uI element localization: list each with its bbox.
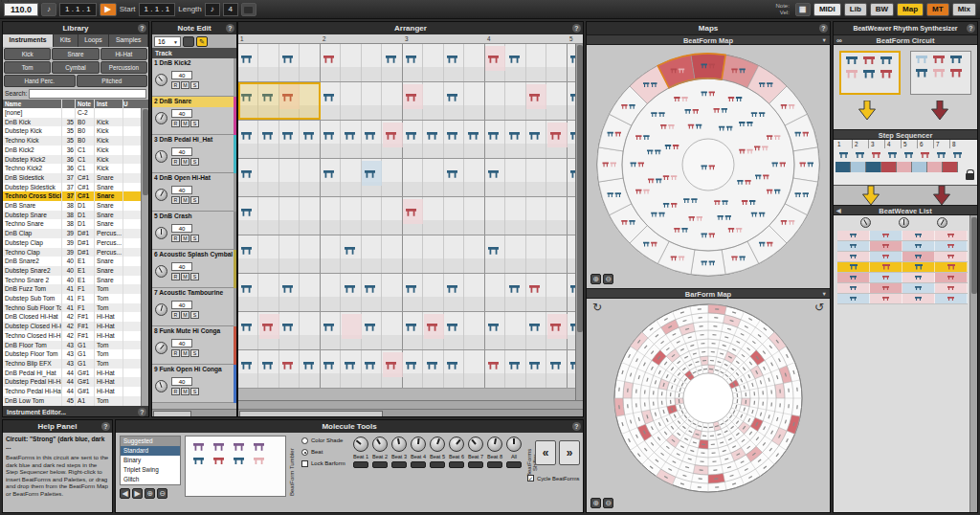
category-snare[interactable]: Snare xyxy=(52,48,99,60)
note-glyph[interactable] xyxy=(241,165,252,182)
track-m-button[interactable]: M xyxy=(181,235,189,242)
library-row[interactable]: Techno Blip EFX43G1Tom xyxy=(3,359,148,369)
note-glyph[interactable] xyxy=(406,318,416,335)
quantize-display[interactable]: 4 xyxy=(223,3,238,16)
beatweave-cell[interactable] xyxy=(837,273,870,282)
beatweave-cell[interactable] xyxy=(870,294,902,303)
library-row[interactable]: DnB Low Tom45A1Tom xyxy=(3,396,148,406)
step-sequencer[interactable]: 12345678 xyxy=(834,140,977,186)
track-s-button[interactable]: S xyxy=(190,81,199,89)
track-r-button[interactable]: R xyxy=(171,196,180,204)
track-m-button[interactable]: M xyxy=(181,120,189,127)
track-r-button[interactable]: R xyxy=(171,311,180,319)
color-shade-radio[interactable]: Color Shade xyxy=(301,437,351,444)
step-glyph[interactable] xyxy=(901,148,917,162)
beatweave-cell[interactable] xyxy=(935,294,968,303)
track-name[interactable]: 1 DnB Kick2 xyxy=(152,58,236,69)
length-display[interactable]: 1 . 1 . 1 xyxy=(139,3,176,16)
beatform-style-list[interactable]: SuggestedStandardBinaryTriplet SwingGlit… xyxy=(120,436,181,485)
note-glyph[interactable] xyxy=(282,318,293,335)
step-cell[interactable] xyxy=(881,162,897,172)
col-u[interactable]: U xyxy=(123,100,133,108)
beatweave-cell[interactable] xyxy=(902,273,935,282)
erase-tool-button[interactable] xyxy=(183,36,194,47)
beatweave-list-header[interactable]: ◀BeatWeave List xyxy=(834,205,977,215)
beatweave-cell[interactable] xyxy=(870,262,902,272)
beatweave-cell[interactable] xyxy=(870,252,902,261)
track-strip[interactable]: 4 DnB Open Hi-Hat40RMS xyxy=(152,173,236,212)
note-glyph[interactable] xyxy=(406,50,416,67)
library-row[interactable]: Dubstep Clap39D#1Percus... xyxy=(3,238,148,248)
position-display[interactable]: 1 . 1 . 1 xyxy=(59,3,97,16)
beatweave-row[interactable] xyxy=(837,294,968,304)
track-knob[interactable] xyxy=(155,112,167,124)
track-s-button[interactable]: S xyxy=(190,311,199,319)
note-glyph[interactable] xyxy=(365,356,375,373)
step-glyph[interactable] xyxy=(949,148,966,162)
note-glyph[interactable] xyxy=(447,280,457,297)
library-row[interactable]: Techno Kick35B0Kick xyxy=(3,136,148,146)
note-glyph[interactable] xyxy=(303,126,314,144)
note-glyph[interactable] xyxy=(365,126,375,144)
track-strip[interactable]: 1 DnB Kick240RMS xyxy=(152,58,236,97)
zoom-in-icon[interactable]: ⊕ xyxy=(145,488,155,499)
list-knob[interactable] xyxy=(937,217,947,228)
metronome-icon[interactable]: ♪ xyxy=(41,3,56,16)
arranger-row[interactable] xyxy=(238,44,583,82)
arranger-row[interactable] xyxy=(238,274,583,312)
category-kick[interactable]: Kick xyxy=(4,48,51,60)
note-glyph[interactable] xyxy=(427,356,437,373)
note-glyph[interactable] xyxy=(323,318,334,335)
track-name[interactable]: 8 Funk Mute Hi Conga xyxy=(152,326,236,337)
step-cell[interactable] xyxy=(897,162,912,172)
beatform-preview[interactable] xyxy=(185,436,286,497)
library-row[interactable]: DnB Floor Tom43G1Tom xyxy=(3,341,148,350)
step-glyph[interactable] xyxy=(884,148,901,162)
beatweave-cell[interactable] xyxy=(935,283,968,293)
beatform-list-item[interactable]: Binary xyxy=(121,456,180,465)
beatweave-cell[interactable] xyxy=(870,241,902,251)
beatweave-cell[interactable] xyxy=(837,231,870,240)
note-glyph[interactable] xyxy=(323,356,334,373)
track-m-button[interactable]: M xyxy=(181,81,189,89)
shift-left-button[interactable]: « xyxy=(535,440,556,465)
instrument-editor-button[interactable]: Instrument Editor...? xyxy=(3,406,148,417)
beat-knob-menu[interactable] xyxy=(506,461,522,468)
beat-knob-menu[interactable] xyxy=(353,461,368,468)
track-knob[interactable] xyxy=(155,227,167,239)
track-name[interactable]: 2 DnB Snare xyxy=(152,97,236,107)
beatform-map[interactable]: ⊕ ⊖ xyxy=(587,45,830,288)
beatweave-row[interactable] xyxy=(837,283,968,294)
library-row[interactable]: Techno Snare 240E1Snare xyxy=(3,276,148,285)
library-row[interactable]: DnB Snare240E1Snare xyxy=(3,257,148,266)
beatweave-cell[interactable] xyxy=(935,252,968,261)
rotate-cw-icon[interactable]: ↻ xyxy=(592,301,602,314)
library-row[interactable]: Dubstep Snare38D1Snare xyxy=(3,211,148,220)
help-icon[interactable]: ? xyxy=(572,24,581,33)
note-glyph[interactable] xyxy=(241,356,252,373)
beat-knob-menu[interactable] xyxy=(372,461,388,468)
zoom-in-icon[interactable]: ⊕ xyxy=(590,274,601,284)
lib-button[interactable]: Lib xyxy=(844,3,867,16)
note-glyph[interactable] xyxy=(241,280,252,297)
beat-knob-menu[interactable] xyxy=(430,461,445,468)
track-strip[interactable]: 7 Acoustic Tambourine40RMS xyxy=(152,288,236,326)
note-glyph[interactable] xyxy=(488,126,499,144)
beatweave-cell[interactable] xyxy=(935,241,968,251)
track-knob[interactable] xyxy=(155,150,167,163)
grid-size-dropdown[interactable]: 16▼ xyxy=(154,36,181,47)
beat-knob[interactable] xyxy=(391,437,407,452)
track-s-button[interactable]: S xyxy=(190,349,199,357)
note-glyph[interactable] xyxy=(262,356,273,373)
beatweave-cell[interactable] xyxy=(870,283,902,293)
beat-knob[interactable] xyxy=(449,437,464,452)
note-glyph[interactable] xyxy=(303,356,314,373)
note-glyph[interactable] xyxy=(345,126,355,144)
beatweave-row[interactable] xyxy=(837,252,968,262)
play-button[interactable]: ▶ xyxy=(100,3,117,16)
library-tab-kits[interactable]: Kits xyxy=(54,34,78,47)
help-icon[interactable]: ? xyxy=(226,24,234,33)
note-glyph[interactable] xyxy=(345,280,355,297)
step-cell[interactable] xyxy=(866,162,881,172)
track-knob[interactable] xyxy=(155,303,167,316)
